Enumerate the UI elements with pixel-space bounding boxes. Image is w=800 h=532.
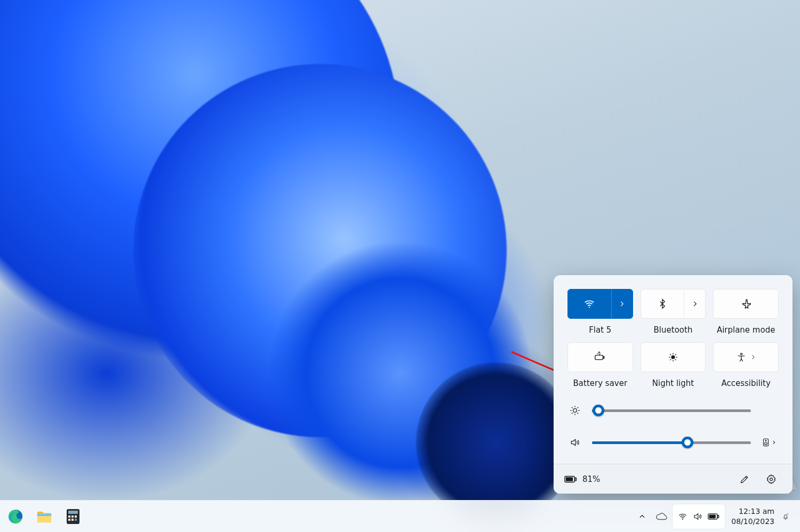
tray-notifications-button[interactable] [778, 504, 794, 529]
clock-time: 12:13 am [739, 506, 774, 516]
battery-saver-label: Battery saver [573, 378, 628, 388]
wifi-icon [678, 512, 687, 521]
svg-rect-32 [37, 514, 51, 516]
tray-clock[interactable]: 12:13 am 08/10/2023 [726, 506, 777, 526]
night-light-icon [668, 352, 678, 362]
file-explorer-icon [36, 509, 52, 524]
audio-output-button[interactable] [762, 438, 778, 447]
wifi-label: Flat 5 [589, 325, 611, 335]
svg-rect-38 [68, 519, 70, 521]
tile-accessibility: Accessibility [713, 342, 779, 388]
settings-button[interactable] [761, 469, 782, 490]
svg-point-1 [589, 307, 590, 308]
svg-point-14 [573, 409, 577, 413]
svg-rect-39 [71, 519, 74, 521]
night-light-toggle[interactable] [641, 342, 706, 372]
accessibility-label: Accessibility [722, 378, 771, 388]
svg-rect-35 [68, 515, 70, 518]
wifi-more-button[interactable] [611, 289, 633, 318]
bluetooth-toggle[interactable] [641, 289, 706, 319]
pencil-icon [739, 474, 750, 485]
night-light-label: Night light [652, 378, 694, 388]
svg-rect-3 [603, 357, 604, 359]
chevron-right-icon [618, 300, 626, 308]
taskbar-app-file-explorer[interactable] [32, 504, 57, 529]
svg-rect-37 [75, 515, 77, 518]
tile-wifi: Flat 5 [567, 289, 633, 335]
airplane-icon [740, 298, 752, 310]
svg-rect-34 [68, 511, 78, 514]
battery-icon [708, 513, 719, 520]
svg-rect-40 [75, 519, 77, 521]
battery-saver-toggle[interactable] [567, 342, 633, 372]
airplane-toggle[interactable] [713, 289, 779, 319]
accessibility-icon [736, 352, 747, 362]
wifi-icon [583, 298, 595, 310]
chevron-right-icon [691, 300, 699, 308]
tray-onedrive-button[interactable] [651, 504, 671, 529]
brightness-slider[interactable] [592, 406, 751, 415]
taskbar-app-calculator[interactable] [61, 504, 85, 529]
svg-point-41 [682, 519, 683, 520]
svg-line-19 [572, 407, 572, 408]
svg-point-24 [765, 442, 767, 445]
brightness-slider-row [569, 405, 778, 416]
airplane-label: Airplane mode [717, 325, 775, 335]
volume-slider[interactable] [592, 438, 751, 447]
wifi-toggle[interactable] [567, 289, 633, 319]
brightness-icon [570, 405, 580, 416]
taskbar-app-edge[interactable] [3, 504, 28, 529]
speaker-icon [570, 437, 580, 448]
svg-line-10 [675, 359, 676, 360]
clock-date: 08/10/2023 [731, 517, 774, 526]
accessibility-toggle[interactable] [713, 342, 779, 372]
chevron-right-icon [750, 354, 756, 360]
svg-line-21 [572, 413, 572, 414]
bell-dnd-icon [782, 511, 789, 522]
svg-rect-27 [575, 478, 576, 481]
chevron-up-icon [638, 513, 646, 520]
chevron-right-icon [771, 440, 777, 445]
svg-point-29 [770, 478, 773, 480]
battery-status[interactable]: 81% [564, 474, 600, 484]
quick-settings-footer: 81% [554, 464, 793, 494]
svg-point-4 [671, 356, 675, 359]
svg-point-13 [740, 353, 742, 355]
bluetooth-more-button[interactable] [684, 289, 705, 318]
quick-settings-panel: Flat 5 Bluetooth [554, 275, 793, 494]
svg-rect-28 [566, 477, 573, 481]
bluetooth-icon [657, 299, 668, 309]
calculator-icon [66, 509, 81, 525]
svg-point-25 [765, 440, 766, 441]
battery-percent: 81% [582, 474, 600, 484]
edge-icon [7, 509, 23, 525]
battery-icon [564, 475, 577, 483]
taskbar: 12:13 am 08/10/2023 [0, 500, 800, 532]
svg-rect-2 [595, 355, 603, 359]
tile-bluetooth: Bluetooth [641, 289, 706, 335]
edit-quick-settings-button[interactable] [734, 469, 755, 490]
gear-icon [766, 474, 777, 485]
speaker-icon [693, 512, 702, 521]
svg-line-20 [578, 413, 578, 414]
svg-line-12 [675, 354, 676, 355]
bluetooth-label: Bluetooth [654, 325, 693, 335]
tray-overflow-button[interactable] [634, 504, 650, 529]
tile-night-light: Night light [641, 342, 706, 388]
tile-airplane: Airplane mode [713, 289, 779, 335]
cloud-icon [655, 512, 667, 521]
svg-line-9 [670, 354, 671, 355]
volume-slider-row [569, 437, 778, 448]
svg-rect-36 [71, 515, 74, 518]
tile-battery-saver: Battery saver [567, 342, 633, 388]
svg-line-11 [670, 359, 671, 360]
svg-line-22 [578, 407, 578, 408]
tray-network-volume-battery[interactable] [673, 504, 725, 529]
svg-rect-44 [709, 514, 716, 518]
audio-device-icon [762, 438, 770, 447]
battery-saver-icon [594, 351, 606, 363]
quick-settings-grid: Flat 5 Bluetooth [567, 289, 779, 388]
svg-rect-43 [718, 515, 719, 518]
